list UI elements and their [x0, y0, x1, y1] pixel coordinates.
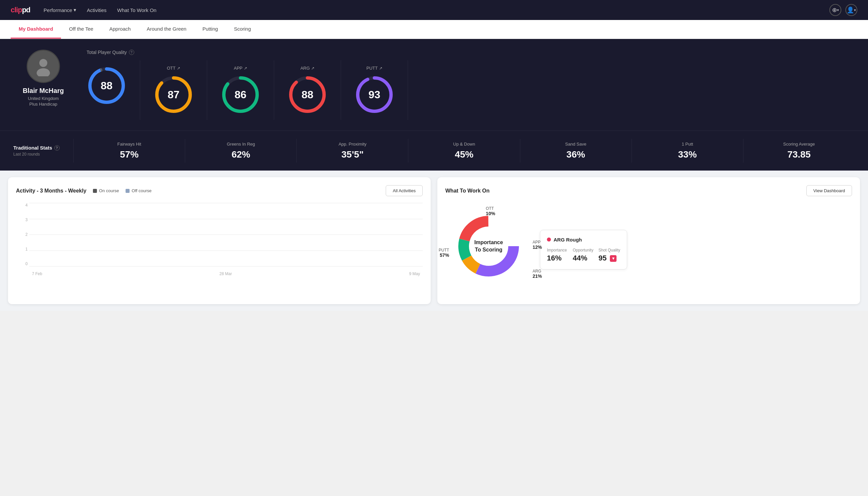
all-activities-button[interactable]: All Activities [386, 185, 423, 196]
stat-label-scoring: Scoring Average [749, 142, 849, 146]
player-card: Blair McHarg United Kingdom Plus Handica… [13, 50, 73, 107]
tab-around-the-green[interactable]: Around the Green [139, 20, 194, 38]
metric-value-importance: 16% [547, 254, 569, 263]
chevron-down-icon: ▾ [837, 8, 839, 12]
arg-label: ARG 21% [533, 269, 542, 279]
stat-label-prox: App. Proximity [302, 142, 403, 146]
user-icon: 👤 [847, 6, 854, 14]
chart-area: 4 3 2 1 0 [16, 203, 423, 276]
stat-label-1putt: 1 Putt [637, 142, 738, 146]
metric-label-opportunity: Opportunity [572, 248, 594, 252]
metric-opportunity: Opportunity 44% [572, 248, 594, 263]
ring-app: 86 [221, 75, 261, 114]
metric-importance: Importance 16% [547, 248, 569, 263]
stat-value-gir: 62% [190, 149, 291, 160]
tab-putting[interactable]: Putting [194, 20, 226, 38]
work-on-panel: What To Work On View Dashboard PUTT 57% … [437, 177, 860, 304]
stat-fairways-hit: Fairways Hit 57% [73, 139, 185, 162]
activity-panel-title: Activity - 3 Months - Weekly [16, 188, 86, 194]
putt-label: PUTT 57% [439, 248, 449, 258]
tab-scoring[interactable]: Scoring [226, 20, 259, 38]
stat-label-fairways: Fairways Hit [79, 142, 179, 146]
svg-point-1 [37, 68, 50, 76]
trad-stats-label: Traditional Stats ? Last 20 rounds [13, 145, 73, 157]
metric-shot-quality: Shot Quality 95 ▼ [599, 248, 620, 263]
legend-on-course: On course [93, 188, 119, 193]
help-icon-stats[interactable]: ? [54, 145, 60, 151]
y-labels: 4 3 2 1 0 [16, 203, 28, 266]
stat-scoring-avg: Scoring Average 73.85 [743, 139, 855, 162]
stat-up-down: Up & Down 45% [408, 139, 520, 162]
app-label: APP 12% [533, 240, 542, 250]
legend-on-course-dot [93, 189, 97, 193]
y-label-1: 1 [25, 247, 28, 251]
metric-label-importance: Importance [547, 248, 569, 252]
stat-1-putt: 1 Putt 33% [632, 139, 743, 162]
legend-off-course: Off course [126, 188, 152, 193]
score-app: APP ↗ 86 [207, 60, 274, 120]
score-value-putt: 93 [368, 89, 380, 101]
ring-label-ott: OTT ↗ [167, 66, 180, 71]
score-putt: PUTT ↗ 93 [341, 60, 408, 120]
stat-label-sand: Sand Save [525, 142, 626, 146]
score-value-arg: 88 [301, 89, 313, 101]
svg-text:To Scoring: To Scoring [475, 247, 502, 252]
avatar-image [33, 56, 53, 76]
score-rings: 88 OTT ↗ 87 AP [86, 60, 855, 120]
stat-label-updown: Up & Down [414, 142, 514, 146]
stat-items: Fairways Hit 57% Greens In Reg 62% App. … [73, 139, 855, 162]
nav-activities[interactable]: Activities [87, 7, 107, 13]
info-metrics: Importance 16% Opportunity 44% Shot Qual… [547, 248, 620, 263]
tab-my-dashboard[interactable]: My Dashboard [11, 20, 61, 38]
score-total: 88 [86, 60, 140, 120]
ring-total: 88 [86, 66, 127, 106]
activity-panel-header: Activity - 3 Months - Weekly On course O… [16, 185, 423, 196]
stat-value-fairways: 57% [79, 149, 179, 160]
logo[interactable]: clippd [11, 6, 30, 14]
x-label-mar: 28 Mar [220, 272, 232, 276]
metric-value-shot-quality: 95 ▼ [599, 254, 620, 263]
ring-label-putt: PUTT ↗ [366, 66, 382, 71]
work-on-panel-header: What To Work On View Dashboard [445, 185, 852, 196]
add-button[interactable]: ⊕ ▾ [830, 4, 841, 16]
bottom-panels: Activity - 3 Months - Weekly On course O… [0, 171, 868, 311]
stat-value-scoring: 73.85 [749, 149, 849, 160]
legend-off-course-dot [126, 189, 129, 193]
ring-label-app: APP ↗ [234, 66, 247, 71]
trad-stats-subtitle: Last 20 rounds [13, 152, 73, 157]
svg-point-0 [39, 59, 47, 67]
nav-what-to-work-on[interactable]: What To Work On [117, 7, 157, 13]
nav-performance[interactable]: Performance ▾ [44, 7, 76, 13]
score-ott: OTT ↗ 87 [140, 60, 207, 120]
stat-value-prox: 35'5" [302, 149, 403, 160]
y-label-4: 4 [25, 203, 28, 207]
svg-text:Importance: Importance [474, 239, 503, 245]
score-arg: ARG ↗ 88 [274, 60, 341, 120]
view-dashboard-button[interactable]: View Dashboard [806, 185, 852, 196]
info-dot [547, 237, 551, 242]
arrow-icon-app: ↗ [244, 66, 247, 71]
stat-sand-save: Sand Save 36% [520, 139, 632, 162]
chevron-down-icon: ▾ [854, 8, 856, 12]
user-menu-button[interactable]: 👤 ▾ [845, 4, 857, 16]
x-labels: 7 Feb 28 Mar 9 May [29, 272, 423, 276]
ott-label: OTT 10% [486, 206, 495, 216]
help-icon[interactable]: ? [129, 50, 134, 55]
x-label-may: 9 May [409, 272, 420, 276]
scores-section: Total Player Quality ? 88 OTT [86, 50, 855, 120]
metric-label-shot-quality: Shot Quality [599, 248, 620, 252]
avatar [27, 50, 60, 83]
stat-app-proximity: App. Proximity 35'5" [297, 139, 408, 162]
tab-off-the-tee[interactable]: Off the Tee [61, 20, 101, 38]
donut-wrapper: PUTT 57% OTT 10% APP 12% ARG [445, 203, 532, 296]
chart-legend: On course Off course [93, 188, 152, 193]
bars-container [29, 203, 423, 266]
shot-quality-badge: ▼ [610, 255, 617, 262]
sub-nav: My Dashboard Off the Tee Approach Around… [0, 20, 868, 39]
score-value-ott: 87 [168, 89, 179, 101]
stat-value-1putt: 33% [637, 149, 738, 160]
tab-approach[interactable]: Approach [101, 20, 139, 38]
donut-section: PUTT 57% OTT 10% APP 12% ARG [445, 203, 852, 296]
ring-ott: 87 [154, 75, 193, 114]
stat-value-updown: 45% [414, 149, 514, 160]
